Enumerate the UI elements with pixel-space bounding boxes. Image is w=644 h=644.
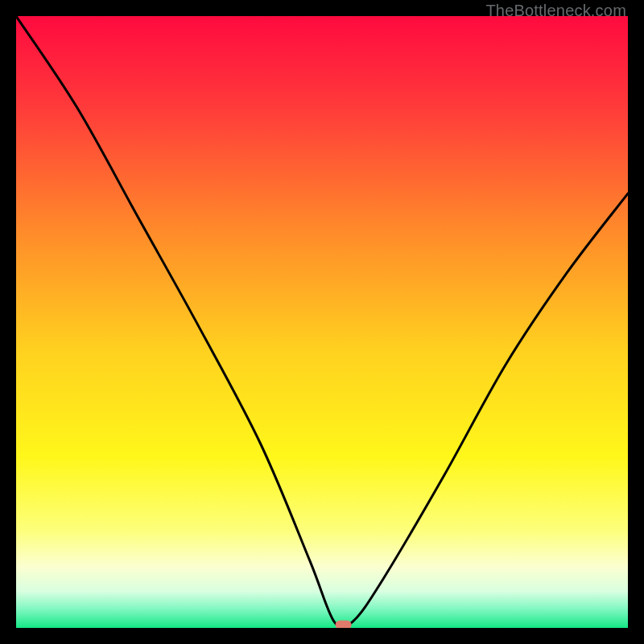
chart-svg (16, 16, 628, 628)
gradient-background (16, 16, 628, 628)
chart-frame: TheBottleneck.com (0, 0, 644, 644)
optimum-marker (336, 621, 352, 628)
watermark-text: TheBottleneck.com (485, 2, 626, 20)
plot-area (16, 16, 628, 628)
